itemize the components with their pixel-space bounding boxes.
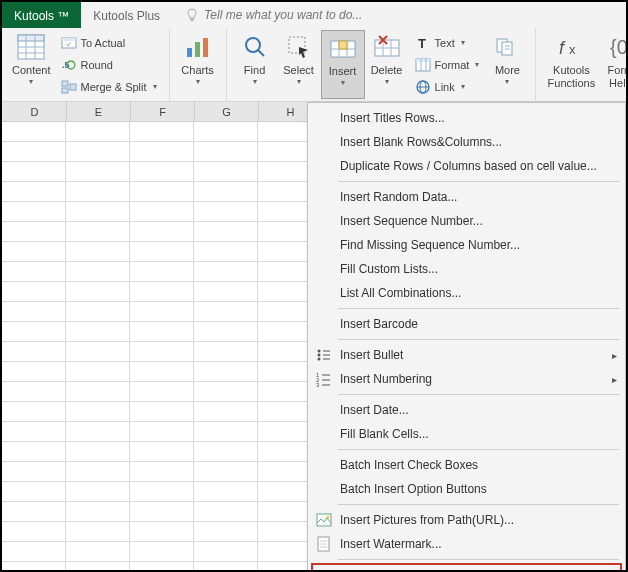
grid-cell[interactable] bbox=[130, 122, 194, 141]
col-header[interactable]: G bbox=[195, 102, 259, 121]
grid-cell[interactable] bbox=[2, 522, 66, 541]
grid-cell[interactable] bbox=[194, 502, 258, 521]
col-header[interactable]: D bbox=[3, 102, 67, 121]
grid-cell[interactable] bbox=[66, 402, 130, 421]
grid-cell[interactable] bbox=[194, 122, 258, 141]
text-button[interactable]: T Text ▾ bbox=[411, 33, 484, 53]
grid-cell[interactable] bbox=[66, 502, 130, 521]
grid-cell[interactable] bbox=[2, 362, 66, 381]
format-button[interactable]: Format ▾ bbox=[411, 55, 484, 75]
menu-insert-blank-rows-cols[interactable]: Insert Blank Rows&Columns... bbox=[308, 130, 625, 154]
grid-cell[interactable] bbox=[130, 202, 194, 221]
grid-cell[interactable] bbox=[2, 422, 66, 441]
grid-cell[interactable] bbox=[66, 322, 130, 341]
grid-cell[interactable] bbox=[66, 202, 130, 221]
grid-cell[interactable] bbox=[66, 382, 130, 401]
grid-cell[interactable] bbox=[130, 382, 194, 401]
grid-cell[interactable] bbox=[2, 302, 66, 321]
grid-cell[interactable] bbox=[130, 462, 194, 481]
grid-cell[interactable] bbox=[66, 242, 130, 261]
grid-cell[interactable] bbox=[130, 402, 194, 421]
grid-cell[interactable] bbox=[130, 262, 194, 281]
grid-cell[interactable] bbox=[2, 482, 66, 501]
col-header[interactable]: E bbox=[67, 102, 131, 121]
grid-cell[interactable] bbox=[2, 462, 66, 481]
grid-cell[interactable] bbox=[130, 502, 194, 521]
grid-cell[interactable] bbox=[66, 542, 130, 561]
menu-insert-titles-rows[interactable]: Insert Titles Rows... bbox=[308, 106, 625, 130]
menu-list-combinations[interactable]: List All Combinations... bbox=[308, 281, 625, 305]
grid-cell[interactable] bbox=[66, 562, 130, 572]
formula-helper-button[interactable]: {0 Form Help bbox=[600, 30, 628, 99]
more-button[interactable]: More ▾ bbox=[485, 30, 529, 99]
grid-cell[interactable] bbox=[66, 522, 130, 541]
grid-cell[interactable] bbox=[66, 222, 130, 241]
grid-cell[interactable] bbox=[66, 142, 130, 161]
delete-button[interactable]: Delete ▾ bbox=[365, 30, 409, 99]
grid-cell[interactable] bbox=[194, 462, 258, 481]
grid-cell[interactable] bbox=[194, 362, 258, 381]
grid-cell[interactable] bbox=[66, 362, 130, 381]
menu-insert-bullet[interactable]: Insert Bullet ▸ bbox=[308, 343, 625, 367]
link-button[interactable]: Link ▾ bbox=[411, 77, 484, 97]
tab-kutools-plus[interactable]: Kutools Plus bbox=[81, 2, 172, 28]
grid-cell[interactable] bbox=[194, 422, 258, 441]
tell-me-search[interactable]: Tell me what you want to do... bbox=[172, 2, 362, 28]
grid-cell[interactable] bbox=[66, 482, 130, 501]
grid-cell[interactable] bbox=[66, 122, 130, 141]
grid-cell[interactable] bbox=[130, 542, 194, 561]
grid-cell[interactable] bbox=[66, 262, 130, 281]
grid-cell[interactable] bbox=[66, 442, 130, 461]
grid-cell[interactable] bbox=[2, 122, 66, 141]
grid-cell[interactable] bbox=[194, 242, 258, 261]
grid-cell[interactable] bbox=[130, 162, 194, 181]
grid-cell[interactable] bbox=[194, 282, 258, 301]
menu-fill-blank-cells[interactable]: Fill Blank Cells... bbox=[308, 422, 625, 446]
grid-cell[interactable] bbox=[194, 542, 258, 561]
insert-button[interactable]: Insert ▾ bbox=[321, 30, 365, 99]
grid-cell[interactable] bbox=[194, 342, 258, 361]
grid-cell[interactable] bbox=[194, 202, 258, 221]
grid-cell[interactable] bbox=[2, 262, 66, 281]
grid-cell[interactable] bbox=[194, 302, 258, 321]
grid-cell[interactable] bbox=[194, 382, 258, 401]
grid-cell[interactable] bbox=[130, 442, 194, 461]
menu-random-data[interactable]: Insert Random Data... bbox=[308, 185, 625, 209]
menu-batch-option-buttons[interactable]: Batch Insert Option Buttons bbox=[308, 477, 625, 501]
menu-insert-numbering[interactable]: 123 Insert Numbering ▸ bbox=[308, 367, 625, 391]
grid-cell[interactable] bbox=[2, 242, 66, 261]
menu-sequence-number[interactable]: Insert Sequence Number... bbox=[308, 209, 625, 233]
grid-cell[interactable] bbox=[2, 562, 66, 572]
grid-cell[interactable] bbox=[130, 422, 194, 441]
menu-insert-date[interactable]: Insert Date... bbox=[308, 398, 625, 422]
merge-split-button[interactable]: Merge & Split ▾ bbox=[57, 77, 161, 97]
menu-insert-barcode[interactable]: Insert Barcode bbox=[308, 312, 625, 336]
grid-cell[interactable] bbox=[2, 542, 66, 561]
grid-cell[interactable] bbox=[194, 222, 258, 241]
round-button[interactable]: .5 Round bbox=[57, 55, 161, 75]
grid-cell[interactable] bbox=[2, 162, 66, 181]
grid-cell[interactable] bbox=[130, 242, 194, 261]
grid-cell[interactable] bbox=[66, 302, 130, 321]
grid-cell[interactable] bbox=[2, 402, 66, 421]
col-header[interactable]: F bbox=[131, 102, 195, 121]
menu-insert-pictures-url[interactable]: Insert Pictures from Path(URL)... bbox=[308, 508, 625, 532]
tab-kutools[interactable]: Kutools ™ bbox=[2, 2, 81, 28]
content-button[interactable]: Content ▾ bbox=[8, 30, 55, 99]
grid-cell[interactable] bbox=[66, 342, 130, 361]
grid-cell[interactable] bbox=[130, 302, 194, 321]
to-actual-button[interactable]: ✓ To Actual bbox=[57, 33, 161, 53]
grid-cell[interactable] bbox=[194, 262, 258, 281]
grid-cell[interactable] bbox=[2, 502, 66, 521]
grid-cell[interactable] bbox=[2, 222, 66, 241]
grid-cell[interactable] bbox=[2, 202, 66, 221]
menu-duplicate-rows[interactable]: Duplicate Rows / Columns based on cell v… bbox=[308, 154, 625, 178]
grid-cell[interactable] bbox=[66, 182, 130, 201]
select-button[interactable]: Select ▾ bbox=[277, 30, 321, 99]
grid-cell[interactable] bbox=[194, 562, 258, 572]
grid-cell[interactable] bbox=[66, 422, 130, 441]
grid-cell[interactable] bbox=[194, 162, 258, 181]
grid-cell[interactable] bbox=[2, 142, 66, 161]
charts-button[interactable]: Charts ▾ bbox=[176, 30, 220, 99]
grid-cell[interactable] bbox=[194, 482, 258, 501]
